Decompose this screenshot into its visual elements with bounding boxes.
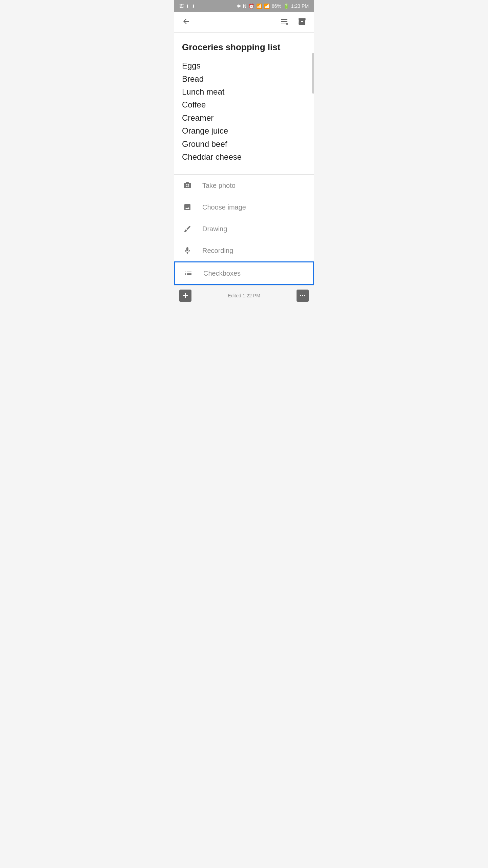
status-bar: 🖼 ⬇ ⬇ ✱ N ⏰ 📶 📶 86% 🔋 1:23 PM (174, 0, 314, 12)
action-menu: Take photo Choose image Drawing Recordin… (174, 175, 314, 285)
list-item: Coffee (182, 98, 306, 111)
back-button[interactable] (181, 16, 191, 29)
pen-icon (182, 225, 193, 233)
list-item: Creamer (182, 112, 306, 124)
checkboxes-icon (183, 269, 194, 277)
reorder-button[interactable] (279, 16, 290, 29)
edit-status: Edited 1:22 PM (228, 293, 260, 298)
archive-icon (298, 17, 306, 25)
list-item: Orange juice (182, 124, 306, 137)
battery-percent: 86% (272, 3, 281, 9)
mic-svg (183, 246, 191, 255)
scroll-indicator (312, 53, 314, 94)
archive-button[interactable] (297, 16, 307, 29)
list-item: Ground beef (182, 138, 306, 151)
more-icon (299, 292, 307, 300)
more-button[interactable] (297, 290, 309, 302)
note-title: Groceries shopping list (182, 42, 306, 53)
signal-icon: 📶 (264, 3, 270, 9)
choose-image-label: Choose image (202, 203, 246, 211)
image-menu-icon (182, 203, 193, 211)
list-item: Lunch meat (182, 85, 306, 98)
drawing-button[interactable]: Drawing (174, 218, 314, 240)
status-icons-left: 🖼 ⬇ ⬇ (179, 4, 195, 9)
note-content: Groceries shopping list Eggs Bread Lunch… (174, 33, 314, 175)
take-photo-label: Take photo (202, 182, 236, 190)
take-photo-button[interactable]: Take photo (174, 175, 314, 196)
checkboxes-button[interactable]: Checkboxes (174, 261, 314, 285)
camera-icon (182, 181, 193, 190)
wifi-icon: 📶 (256, 3, 262, 9)
top-bar-actions (279, 16, 307, 29)
status-icons-right: ✱ N ⏰ 📶 📶 86% 🔋 1:23 PM (237, 3, 309, 9)
bottom-bar: Edited 1:22 PM (174, 285, 314, 305)
mic-icon (182, 246, 193, 255)
recording-label: Recording (202, 247, 233, 255)
list-item: Bread (182, 73, 306, 85)
drawing-label: Drawing (202, 225, 227, 233)
alarm-icon: ⏰ (248, 3, 254, 9)
battery-icon: 🔋 (283, 3, 289, 9)
camera-svg (183, 181, 191, 190)
add-button[interactable] (179, 290, 191, 302)
checkboxes-svg (184, 269, 192, 277)
choose-image-button[interactable]: Choose image (174, 196, 314, 218)
list-item: Cheddar cheese (182, 151, 306, 163)
bluetooth-icon: ✱ (237, 3, 241, 9)
top-bar (174, 12, 314, 33)
download2-icon: ⬇ (191, 4, 195, 9)
checkboxes-label: Checkboxes (203, 270, 241, 277)
nfc-icon: N (243, 3, 246, 9)
list-item: Eggs (182, 59, 306, 72)
recording-button[interactable]: Recording (174, 240, 314, 261)
reorder-icon (280, 17, 288, 25)
back-arrow-icon (182, 17, 190, 25)
image-icon: 🖼 (179, 4, 184, 9)
image-svg (183, 203, 191, 211)
clock: 1:23 PM (291, 3, 309, 9)
pen-svg (183, 225, 191, 233)
note-items-list: Eggs Bread Lunch meat Coffee Creamer Ora… (182, 59, 306, 163)
add-icon (181, 292, 189, 300)
download-icon: ⬇ (186, 4, 189, 9)
